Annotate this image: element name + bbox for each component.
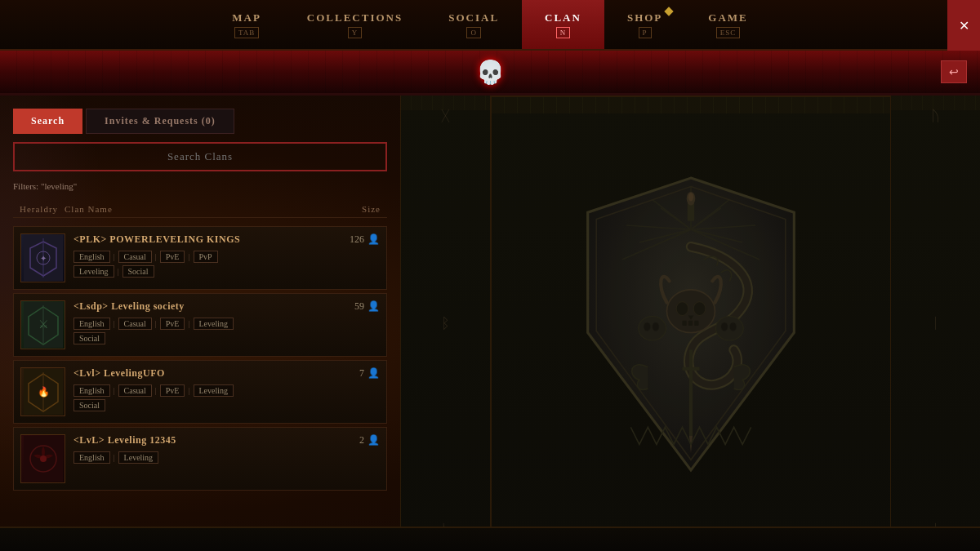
table-header: Heraldry Clan Name Size — [13, 201, 387, 218]
svg-text:⚔: ⚔ — [38, 318, 48, 331]
right-panel: ᚷ ᛒ ᚦ — [400, 96, 980, 551]
clan-heraldry-3: 🔥 — [20, 367, 65, 416]
size-icon-3: 👤 — [368, 367, 380, 380]
svg-rect-33 — [682, 321, 686, 326]
svg-point-38 — [653, 322, 659, 331]
search-box-container — [13, 142, 387, 171]
clan-row-2[interactable]: ⚔ <Lsdp> Leveling society 59 👤 English | — [13, 293, 387, 357]
svg-rect-35 — [694, 321, 698, 326]
clan-info-3: <Lvl> LevelingUFO 7 👤 English | Casual |… — [74, 367, 380, 411]
clan-tags-2b: Social — [74, 332, 380, 344]
clan-list: ✦ <PLK> POWERLEVELING KINGS 126 👤 Englis… — [13, 226, 387, 538]
svg-text:✦: ✦ — [40, 254, 47, 263]
right-top-rune-icon: ᚢ — [931, 108, 940, 125]
shop-diamond-icon — [665, 7, 674, 16]
svg-point-37 — [644, 322, 650, 331]
size-icon-2: 👤 — [368, 300, 380, 313]
nav-item-collections[interactable]: COLLECTIONS Y — [284, 0, 425, 49]
clan-emblem-svg — [560, 161, 822, 487]
tab-search[interactable]: Search — [13, 109, 82, 134]
clan-tags-3: English | Casual | PvE | Leveling — [74, 384, 380, 397]
nav-item-clan[interactable]: CLAN N — [522, 0, 604, 49]
clan-emblem-area — [490, 96, 890, 551]
red-banner: 💀 ↩ — [0, 51, 980, 96]
clan-heraldry-2: ⚔ — [20, 300, 65, 349]
nav-item-map[interactable]: MAP TAB — [209, 0, 284, 49]
clan-tags-4: English | Leveling — [74, 451, 380, 464]
clan-name-row-2: <Lsdp> Leveling society 59 👤 — [74, 300, 380, 313]
clan-tags-3b: Social — [74, 399, 380, 411]
svg-point-31 — [676, 302, 688, 316]
main-content: Search Invites & Requests (0) Filters: "… — [0, 96, 980, 551]
nav-item-social[interactable]: SOCIAL O — [425, 0, 522, 49]
svg-point-41 — [729, 322, 736, 331]
nav-item-game[interactable]: GAME ESC — [685, 0, 770, 49]
clan-info-2: <Lsdp> Leveling society 59 👤 English | C… — [74, 300, 380, 344]
svg-text:🔥: 🔥 — [37, 385, 49, 398]
size-icon-1: 👤 — [368, 233, 380, 246]
clan-tags-2: English | Casual | PvE | Leveling — [74, 318, 380, 330]
size-icon-4: 👤 — [368, 434, 380, 447]
clan-name-row-3: <Lvl> LevelingUFO 7 👤 — [74, 367, 380, 380]
back-button[interactable]: ↩ — [941, 60, 967, 83]
clan-info-4: <LvL> Leveling 12345 2 👤 English | Level… — [74, 434, 380, 464]
top-navigation: MAP TAB COLLECTIONS Y SOCIAL O CLAN N SH… — [0, 0, 980, 51]
top-rune-icon: ᚷ — [441, 108, 450, 125]
svg-point-15 — [40, 455, 47, 462]
nav-item-shop[interactable]: SHOP P — [604, 0, 685, 49]
svg-rect-42 — [689, 350, 693, 436]
filters-bar: Filters: "leveling" — [13, 180, 387, 193]
close-button[interactable]: ✕ — [947, 0, 980, 51]
left-side-column: ᚷ ᛒ ᚦ — [400, 96, 490, 551]
bottom-bar — [0, 527, 980, 551]
clan-row-4[interactable]: <LvL> Leveling 12345 2 👤 English | Level… — [13, 427, 387, 491]
clan-heraldry-4 — [20, 434, 65, 483]
svg-point-40 — [721, 322, 728, 331]
tab-row: Search Invites & Requests (0) — [13, 109, 387, 134]
clan-row[interactable]: ✦ <PLK> POWERLEVELING KINGS 126 👤 Englis… — [13, 226, 387, 290]
clan-info-1: <PLK> POWERLEVELING KINGS 126 👤 English … — [74, 233, 380, 278]
clan-name-row-1: <PLK> POWERLEVELING KINGS 126 👤 — [74, 233, 380, 246]
right-middle-rune-icon: ᛁ — [931, 315, 940, 332]
banner-skull-icon: 💀 — [476, 59, 505, 86]
clan-tags-1: English | Casual | PvE | PvP — [74, 251, 380, 263]
svg-point-30 — [667, 290, 715, 333]
svg-point-32 — [693, 302, 706, 316]
middle-rune-icon: ᛒ — [441, 315, 450, 332]
clan-name-row-4: <LvL> Leveling 12345 2 👤 — [74, 434, 380, 447]
left-panel: Search Invites & Requests (0) Filters: "… — [0, 96, 400, 551]
svg-point-29 — [688, 193, 693, 202]
svg-rect-43 — [682, 367, 699, 371]
clan-heraldry-1: ✦ — [20, 233, 65, 282]
clan-row-3[interactable]: 🔥 <Lvl> LevelingUFO 7 👤 English | — [13, 360, 387, 424]
clan-tags-1b: Leveling | Social — [74, 265, 380, 278]
svg-rect-34 — [688, 321, 693, 326]
search-input[interactable] — [13, 142, 387, 171]
tab-invites[interactable]: Invites & Requests (0) — [86, 109, 234, 134]
right-side-column: ᚢ ᛁ ᚾ — [890, 96, 980, 551]
svg-point-36 — [639, 317, 666, 340]
svg-point-39 — [716, 317, 744, 340]
